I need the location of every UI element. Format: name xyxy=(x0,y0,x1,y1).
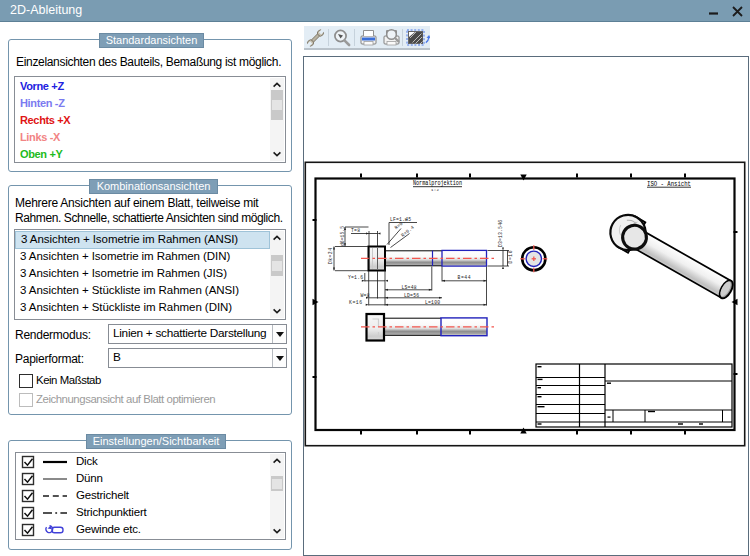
svg-text:ISO - Ansicht: ISO - Ansicht xyxy=(647,180,691,188)
svg-text:K=16: K=16 xyxy=(349,300,362,305)
svg-text:Normalprojektion: Normalprojektion xyxy=(413,179,462,187)
svg-text:D3=13.546: D3=13.546 xyxy=(498,220,503,247)
svg-text:Y=1.6: Y=1.6 xyxy=(348,275,363,280)
svg-text:D=16: D=16 xyxy=(508,250,513,263)
svg-text:LS=48: LS=48 xyxy=(402,285,417,290)
svg-text:W=8: W=8 xyxy=(361,293,370,298)
svg-text:R=0.4: R=0.4 xyxy=(400,225,415,238)
svg-text:T=8: T=8 xyxy=(351,228,360,233)
svg-text:Dk=24: Dk=24 xyxy=(328,248,333,264)
svg-text:d6=15.5: d6=15.5 xyxy=(340,226,345,246)
svg-text:1:2: 1:2 xyxy=(431,188,440,192)
svg-text:B=44: B=44 xyxy=(458,275,471,280)
svg-text:L=100: L=100 xyxy=(425,300,440,305)
svg-text:LD=56: LD=56 xyxy=(404,293,419,298)
